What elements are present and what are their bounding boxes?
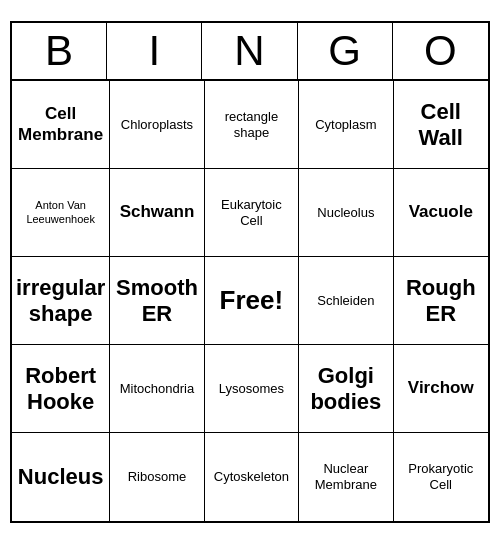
bingo-cell: Prokaryotic Cell	[394, 433, 488, 521]
bingo-card: BINGO Cell MembraneChloroplastsrectangle…	[10, 21, 490, 523]
bingo-cell: Free!	[205, 257, 299, 345]
bingo-header: BINGO	[12, 23, 488, 81]
bingo-cell: Nucleolus	[299, 169, 393, 257]
bingo-letter: I	[107, 23, 202, 79]
bingo-grid: Cell MembraneChloroplastsrectangle shape…	[12, 81, 488, 521]
bingo-cell: Smooth ER	[110, 257, 204, 345]
bingo-cell: Schleiden	[299, 257, 393, 345]
bingo-cell: irregular shape	[12, 257, 110, 345]
bingo-cell: Lysosomes	[205, 345, 299, 433]
bingo-cell: Golgi bodies	[299, 345, 393, 433]
bingo-cell: Chloroplasts	[110, 81, 204, 169]
bingo-cell: Rough ER	[394, 257, 488, 345]
bingo-letter: O	[393, 23, 488, 79]
bingo-cell: Nucleus	[12, 433, 110, 521]
bingo-cell: Cell Wall	[394, 81, 488, 169]
bingo-cell: Eukarytoic Cell	[205, 169, 299, 257]
bingo-cell: Anton Van Leeuwenhoek	[12, 169, 110, 257]
bingo-cell: Schwann	[110, 169, 204, 257]
bingo-cell: Ribosome	[110, 433, 204, 521]
bingo-cell: rectangle shape	[205, 81, 299, 169]
bingo-cell: Cytoplasm	[299, 81, 393, 169]
bingo-cell: Nuclear Membrane	[299, 433, 393, 521]
bingo-cell: Virchow	[394, 345, 488, 433]
bingo-letter: G	[298, 23, 393, 79]
bingo-cell: Cytoskeleton	[205, 433, 299, 521]
bingo-cell: Cell Membrane	[12, 81, 110, 169]
bingo-letter: B	[12, 23, 107, 79]
bingo-cell: Robert Hooke	[12, 345, 110, 433]
bingo-cell: Mitochondria	[110, 345, 204, 433]
bingo-letter: N	[202, 23, 297, 79]
bingo-cell: Vacuole	[394, 169, 488, 257]
